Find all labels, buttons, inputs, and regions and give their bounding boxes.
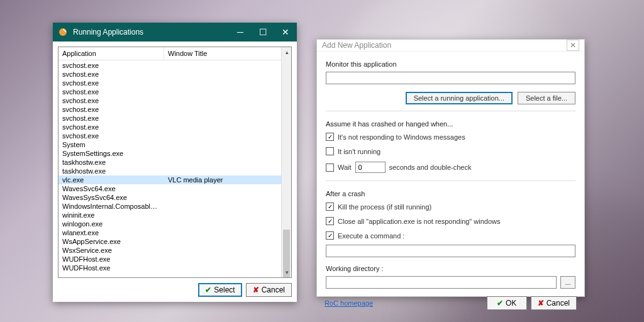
table-row[interactable]: winlogon.exe	[58, 219, 281, 228]
cell-window-title	[164, 246, 281, 255]
cancel-button-label: Cancel	[547, 299, 570, 308]
cell-application: SystemSettings.exe	[58, 149, 164, 158]
roc-homepage-link[interactable]: RoC homepage	[325, 299, 373, 307]
scrollbar[interactable]: ▴ ▾	[281, 47, 291, 277]
cell-application: vlc.exe	[58, 175, 164, 184]
select-button-label: Select	[214, 286, 235, 294]
not-running-checkbox[interactable]	[326, 147, 334, 155]
monitor-application-input[interactable]	[326, 72, 575, 84]
table-row[interactable]: WavesSysSvc64.exe	[58, 193, 281, 202]
minimize-button[interactable]: ─	[229, 23, 252, 42]
table-row[interactable]: wininit.exe	[58, 211, 281, 219]
close-all-checkbox[interactable]: ✓	[326, 217, 334, 225]
select-button[interactable]: ✔Select	[198, 283, 242, 297]
cell-application: svchost.exe	[58, 70, 164, 79]
cell-window-title	[164, 123, 281, 131]
table-row[interactable]: svchost.exe	[58, 79, 281, 87]
table-row[interactable]: WsxService.exe	[58, 246, 281, 255]
cell-application: WavesSvc64.exe	[58, 184, 164, 193]
monitor-label: Monitor this application	[326, 60, 575, 68]
cell-window-title	[164, 193, 281, 202]
select-file-button[interactable]: Select a file...	[518, 92, 575, 104]
not-responding-checkbox[interactable]: ✓	[326, 133, 334, 141]
table-row[interactable]: WavesSvc64.exe	[58, 184, 281, 193]
add-new-application-window: Add New Application ✕ Monitor this appli…	[316, 39, 585, 297]
cell-window-title	[164, 79, 281, 87]
process-list[interactable]: Application Window Title svchost.exesvch…	[58, 47, 292, 278]
running-applications-window: Running Applications ─ ☐ ✕ Application W…	[53, 23, 297, 302]
x-icon: ✘	[538, 299, 544, 308]
not-running-label: It isn't running	[338, 148, 380, 155]
wait-seconds-input[interactable]	[355, 162, 386, 173]
cell-window-title	[164, 158, 281, 167]
cell-application: svchost.exe	[58, 87, 164, 96]
list-header: Application Window Title	[58, 47, 291, 60]
cell-application: svchost.exe	[58, 79, 164, 87]
cell-application: WsAppService.exe	[58, 237, 164, 246]
cell-application: taskhostw.exe	[58, 167, 164, 175]
table-row[interactable]: WsAppService.exe	[58, 237, 281, 246]
ok-button[interactable]: ✔OK	[487, 296, 527, 310]
ok-button-label: OK	[506, 299, 516, 308]
window-title: Running Applications	[73, 28, 229, 36]
cancel-button[interactable]: ✘Cancel	[246, 283, 292, 297]
cancel-button[interactable]: ✘Cancel	[531, 296, 577, 310]
table-row[interactable]: svchost.exe	[58, 96, 281, 105]
cell-application: svchost.exe	[58, 131, 164, 140]
table-row[interactable]: svchost.exe	[58, 70, 281, 79]
maximize-button[interactable]: ☐	[252, 23, 274, 42]
browse-directory-button[interactable]: ...	[560, 276, 575, 289]
table-row[interactable]: WindowsInternal.ComposableShell.E...	[58, 202, 281, 211]
close-button[interactable]: ✕	[567, 40, 579, 51]
close-button[interactable]: ✕	[274, 23, 297, 42]
cell-application: svchost.exe	[58, 114, 164, 123]
cell-window-title	[164, 228, 281, 237]
wait-suffix: seconds and double-check	[389, 164, 472, 171]
working-directory-input[interactable]	[326, 276, 557, 289]
cell-application: svchost.exe	[58, 123, 164, 131]
cell-window-title	[164, 87, 281, 96]
table-row[interactable]: svchost.exe	[58, 61, 281, 70]
cell-application: svchost.exe	[58, 61, 164, 70]
scroll-up-icon[interactable]: ▴	[282, 47, 292, 57]
cell-window-title	[164, 219, 281, 228]
assume-crash-label: Assume it has crashed or hanged when...	[326, 120, 575, 128]
wait-checkbox[interactable]	[326, 164, 334, 172]
cell-window-title	[164, 237, 281, 246]
table-row[interactable]: taskhostw.exe	[58, 167, 281, 175]
execute-command-checkbox[interactable]: ✓	[326, 231, 334, 240]
cancel-button-label: Cancel	[262, 286, 285, 294]
column-window-title[interactable]: Window Title	[164, 47, 291, 60]
column-application[interactable]: Application	[58, 47, 164, 60]
cell-window-title	[164, 264, 281, 272]
scroll-down-icon[interactable]: ▾	[282, 267, 292, 277]
cell-window-title	[164, 167, 281, 175]
table-row[interactable]: svchost.exe	[58, 105, 281, 114]
table-row[interactable]: taskhostw.exe	[58, 158, 281, 167]
table-row[interactable]: wlanext.exe	[58, 228, 281, 237]
table-row[interactable]: svchost.exe	[58, 123, 281, 131]
cell-application: svchost.exe	[58, 96, 164, 105]
titlebar[interactable]: Running Applications ─ ☐ ✕	[53, 23, 297, 42]
cell-application: WUDFHost.exe	[58, 255, 164, 264]
dialog-titlebar[interactable]: Add New Application ✕	[317, 40, 584, 52]
table-row[interactable]: System	[58, 140, 281, 149]
execute-command-input[interactable]	[326, 245, 575, 257]
cell-window-title	[164, 255, 281, 264]
table-row[interactable]: vlc.exeVLC media player	[58, 175, 281, 184]
not-responding-label: It's not responding to Windows messages	[338, 133, 465, 141]
cell-window-title	[164, 70, 281, 79]
cell-application: WindowsInternal.ComposableShell.E...	[58, 202, 164, 211]
select-running-application-button[interactable]: Select a running application...	[406, 92, 513, 104]
table-row[interactable]: svchost.exe	[58, 131, 281, 140]
table-row[interactable]: svchost.exe	[58, 87, 281, 96]
table-row[interactable]: WUDFHost.exe	[58, 255, 281, 264]
table-row[interactable]: SystemSettings.exe	[58, 149, 281, 158]
cell-window-title	[164, 131, 281, 140]
cell-application: System	[58, 140, 164, 149]
cell-window-title	[164, 61, 281, 70]
kill-process-checkbox[interactable]: ✓	[326, 203, 334, 211]
table-row[interactable]: WUDFHost.exe	[58, 264, 281, 272]
table-row[interactable]: svchost.exe	[58, 114, 281, 123]
close-all-label: Close all "application.exe is not respon…	[338, 218, 501, 225]
